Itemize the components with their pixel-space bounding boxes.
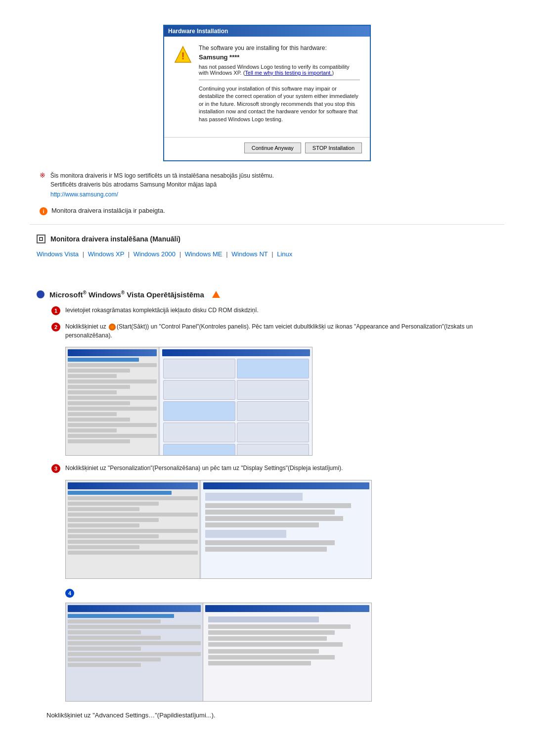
notice-text1: Šis monitora draiveris ir MS logo sertif… bbox=[50, 172, 274, 179]
step-1-text: Ievietojiet rokasgrāmatas komplektācijā … bbox=[65, 306, 259, 315]
nav-sep2: | bbox=[128, 250, 132, 258]
dialog-main-text: The software you are installing for this… bbox=[199, 45, 360, 51]
dialog-title: Hardware Installation bbox=[168, 28, 228, 35]
notice-symbol: ※ bbox=[40, 171, 45, 179]
nav-sep4: | bbox=[226, 250, 229, 258]
notice-section: ※ Šis monitora draiveris ir MS logo sert… bbox=[30, 171, 504, 198]
info-section: i Monitora draivera instalācija ir pabei… bbox=[30, 207, 504, 215]
logo-test-link[interactable]: Tell me why this testing is important. bbox=[245, 70, 332, 76]
os-title: Microsoft® Windows® Vista Operētājsistēm… bbox=[49, 290, 204, 299]
nav-vista[interactable]: Windows Vista bbox=[37, 250, 79, 258]
step-3-number: 3 bbox=[51, 464, 60, 473]
os-bullet-icon bbox=[37, 290, 44, 298]
nav-me[interactable]: Windows ME bbox=[185, 250, 222, 258]
os-section: Microsoft® Windows® Vista Operētājsistēm… bbox=[30, 290, 504, 702]
separator1 bbox=[30, 224, 504, 225]
personalization-screenshot bbox=[65, 480, 372, 579]
dialog-buttons: Continue Anyway STOP Installation bbox=[164, 137, 370, 160]
svg-text:!: ! bbox=[181, 50, 185, 61]
dialog-logo-text: has not passed Windows Logo testing to v… bbox=[199, 64, 360, 76]
collapse-triangle-icon[interactable] bbox=[212, 291, 220, 298]
stop-installation-button[interactable]: STOP Installation bbox=[305, 142, 362, 153]
info-icon: i bbox=[40, 207, 47, 215]
control-panel-screenshot bbox=[65, 347, 312, 456]
dialog-wrapper: Hardware Installation ! The software you… bbox=[30, 25, 504, 161]
os-header: Microsoft® Windows® Vista Operētājsistēm… bbox=[37, 290, 504, 299]
step-3-text: Noklikšķiniet uz "Personalization"(Perso… bbox=[65, 464, 343, 472]
nav-sep3: | bbox=[179, 250, 183, 258]
continue-anyway-button[interactable]: Continue Anyway bbox=[244, 142, 301, 153]
nav-nt[interactable]: Windows NT bbox=[231, 250, 267, 258]
notice-text2: Sertificēts draiveris būs atrodams Samsu… bbox=[50, 181, 217, 188]
start-icon bbox=[109, 324, 116, 331]
samsung-link[interactable]: http://www.samsung.com/ bbox=[50, 191, 504, 198]
hardware-install-dialog: Hardware Installation ! The software you… bbox=[163, 25, 371, 161]
dialog-warning-text: Continuing your installation of this sof… bbox=[199, 80, 360, 123]
steps-container: 1 Ievietojiet rokasgrāmatas komplektācij… bbox=[37, 306, 504, 702]
nav-sep1: | bbox=[83, 250, 86, 258]
nav-sep5: | bbox=[271, 250, 275, 258]
step4-screenshot bbox=[65, 603, 372, 702]
step-3: 3 Noklikšķiniet uz "Personalization"(Per… bbox=[51, 464, 504, 473]
step-2-text: Noklikšķiniet uz (Start(Sākt)) un "Contr… bbox=[65, 322, 504, 340]
step-1-number: 1 bbox=[51, 306, 60, 315]
final-step-text: Noklikšķiniet uz "Advanced Settings…"(Pa… bbox=[44, 711, 504, 719]
manual-icon bbox=[37, 235, 45, 243]
nav-linux[interactable]: Linux bbox=[277, 250, 292, 258]
dialog-titlebar: Hardware Installation bbox=[164, 26, 370, 37]
nav-links: Windows Vista | Windows XP | Windows 200… bbox=[30, 250, 504, 258]
nav-2000[interactable]: Windows 2000 bbox=[134, 250, 176, 258]
step-2-number: 2 bbox=[51, 323, 60, 331]
step-1: 1 Ievietojiet rokasgrāmatas komplektācij… bbox=[51, 306, 504, 315]
dialog-device-name: Samsung **** bbox=[199, 53, 360, 61]
nav-xp[interactable]: Windows XP bbox=[88, 250, 124, 258]
warning-icon: ! bbox=[174, 46, 192, 63]
manual-section: Monitora draivera instalēšana (Manuāli) bbox=[30, 235, 504, 243]
step-4-number: 4 bbox=[65, 589, 74, 598]
manual-title: Monitora draivera instalēšana (Manuāli) bbox=[50, 235, 180, 243]
step-2: 2 Noklikšķiniet uz (Start(Sākt)) un "Con… bbox=[51, 322, 504, 340]
info-text: Monitora draivera instalācija ir pabeigt… bbox=[51, 207, 165, 214]
